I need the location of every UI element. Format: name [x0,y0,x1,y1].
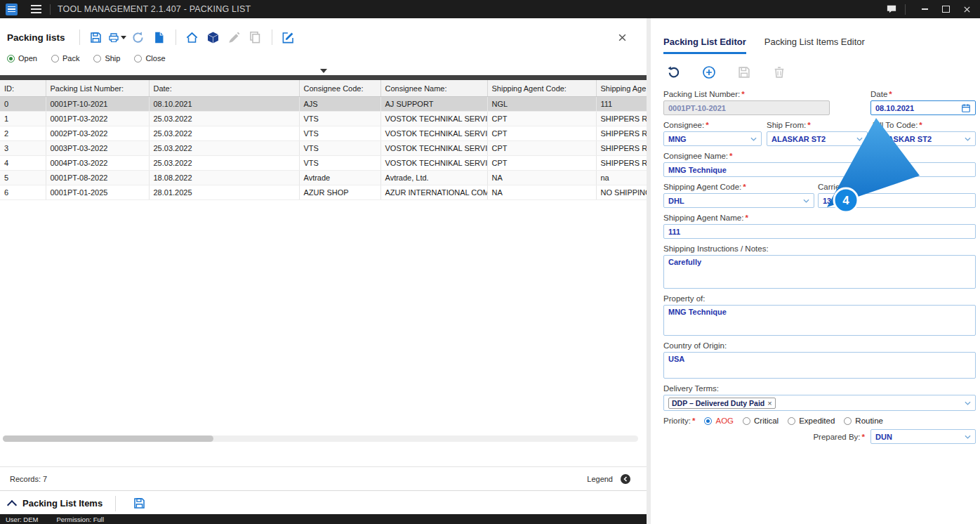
minimize-button[interactable] [915,1,934,17]
radio-icon [743,417,750,425]
required-marker: * [745,214,748,222]
column-header[interactable]: Consignee Code: [299,80,380,97]
home-icon[interactable] [183,28,201,46]
packing-list-editor-panel: Packing List Editor Packing List Items E… [651,18,980,524]
filter-pack[interactable]: Pack [51,54,79,63]
save-items-icon[interactable] [130,494,148,513]
table-cell: 6 [0,185,46,200]
chevron-down-icon [965,435,971,439]
column-header[interactable]: Consignee Name: [380,80,487,97]
refresh-icon[interactable] [129,28,147,46]
priority-expedited-radio[interactable]: Expedited [788,417,835,425]
field-label: Date* [870,90,976,98]
carrier-input[interactable]: 1344 [818,193,976,208]
required-marker: * [807,121,810,129]
grid-footer: Records: 7 Legend [0,466,647,491]
feedback-icon[interactable] [882,1,901,17]
table-row[interactable]: 00001PT-10-202108.10.2021AJSAJ SUPPORTNG… [0,97,647,112]
table-cell: NGL [487,97,596,112]
calendar-icon[interactable] [961,103,971,113]
packing-list-number-input[interactable]: 0001PT-10-2021 [663,100,830,115]
table-cell: 2 [0,126,46,141]
maximize-button[interactable] [936,1,955,17]
refresh-icon[interactable] [665,63,683,81]
table-row[interactable]: 50001PT-08-202218.08.2022AvtradeAvtrade,… [0,171,647,185]
horizontal-scrollbar[interactable] [3,435,638,442]
column-header[interactable]: Shipping Age [596,80,647,97]
table-row[interactable]: 20002PT-03-202225.03.2022VTSVOSTOK TECHN… [0,126,647,141]
packing-list-items-header[interactable]: Packing List Items [0,490,647,516]
table-cell: AJS [299,97,380,112]
consignee-name-input[interactable]: MNG Technique [663,162,976,177]
table-cell: SHIPPERS RESPO [596,156,647,171]
table-row[interactable]: 40004PT-03-202225.03.2022VTSVOSTOK TECHN… [0,156,647,171]
table-row[interactable]: 10001PT-03-202225.03.2022VTSVOSTOK TECHN… [0,112,647,126]
priority-label: Expedited [799,417,835,425]
app-window: TOOL MANAGEMENT 2.1.407 - PACKING LIST P… [0,0,980,524]
table-cell: 0002PT-03-2022 [46,126,149,141]
date-input[interactable]: 08.10.2021 [870,100,976,115]
splitter-bar[interactable] [0,75,647,80]
column-header[interactable]: Date: [149,80,299,97]
filter-ship[interactable]: Ship [93,54,120,63]
table-cell: 4 [0,156,46,171]
edit-icon[interactable] [279,28,298,46]
toolbar-separator [272,30,272,45]
signature-icon[interactable] [225,28,244,46]
triangle-down-icon [320,69,327,73]
delivery-terms-select[interactable]: DDP – Delivered Duty Paid× [663,395,976,411]
close-button[interactable] [958,1,976,17]
shipping-agent-name-input[interactable]: 111 [663,224,976,239]
print-icon[interactable] [108,28,126,46]
menu-icon[interactable] [31,5,41,13]
app-icon [6,4,18,15]
ship-from-select[interactable]: ALASKAR ST2 [767,131,868,146]
chevron-up-icon[interactable] [7,499,17,509]
new-document-icon[interactable] [150,28,168,46]
copy-icon[interactable] [246,28,265,46]
editor-form: Packing List Number:* 0001PT-10-2021 Dat… [663,90,976,444]
editor-tabs: Packing List Editor Packing List Items E… [663,37,976,54]
priority-routine-radio[interactable]: Routine [844,417,883,425]
field-label: Shipping Instructions / Notes: [663,244,976,253]
table-row[interactable]: 30003PT-03-202225.03.2022VTSVOSTOK TECHN… [0,141,647,156]
shipping-agent-code-select[interactable]: DHL [663,193,814,208]
table-cell: 0 [0,97,46,112]
titlebar-separator [905,4,906,15]
delivery-terms-tag: DDP – Delivered Duty Paid× [668,398,776,409]
table-cell: VOSTOK TECHNIKAL SERVICES [380,112,487,126]
filter-close[interactable]: Close [134,54,165,63]
column-header[interactable]: ID: [0,80,46,97]
bill-to-code-select[interactable]: ALASKAR ST2 [873,131,976,146]
add-icon[interactable] [700,63,718,81]
scrollbar-thumb[interactable] [3,435,213,442]
save-icon[interactable] [87,28,105,46]
table-row[interactable]: 60001PT-01-202528.01.2025AZUR SHOPAZUR I… [0,185,647,200]
print-dropdown-caret[interactable] [121,36,126,39]
save-icon[interactable] [735,63,753,81]
country-of-origin-textarea[interactable]: USA [663,352,976,379]
property-of-textarea[interactable]: MNG Technique [663,305,976,336]
required-marker: * [706,121,708,129]
filter-open[interactable]: Open [7,54,37,63]
package-icon[interactable] [204,28,223,46]
shipping-instructions-textarea[interactable]: Carefully [663,255,976,289]
table-cell: 0001PT-01-2025 [46,185,149,200]
column-header[interactable]: Packing List Number: [46,80,149,97]
consignee-select[interactable]: MNG [663,131,762,146]
table-cell: VTS [299,141,380,156]
collapse-handle[interactable] [0,67,647,74]
close-panel-icon[interactable] [618,33,627,42]
column-header[interactable]: Shipping Agent Code: [487,80,596,97]
tab-packing-list-editor[interactable]: Packing List Editor [663,37,746,54]
tab-packing-list-items-editor[interactable]: Packing List Items Editor [764,37,865,54]
prepared-by-select[interactable]: DUN [870,429,976,444]
remove-tag-icon[interactable]: × [767,399,772,407]
priority-critical-radio[interactable]: Critical [743,417,779,425]
delete-icon[interactable] [770,63,788,81]
status-user: User: DEM [6,516,38,523]
table-cell: 0001PT-10-2021 [46,97,149,112]
legend-icon[interactable] [620,473,631,485]
priority-aog-radio[interactable]: AOG [704,417,734,425]
priority-label: Critical [754,417,779,425]
